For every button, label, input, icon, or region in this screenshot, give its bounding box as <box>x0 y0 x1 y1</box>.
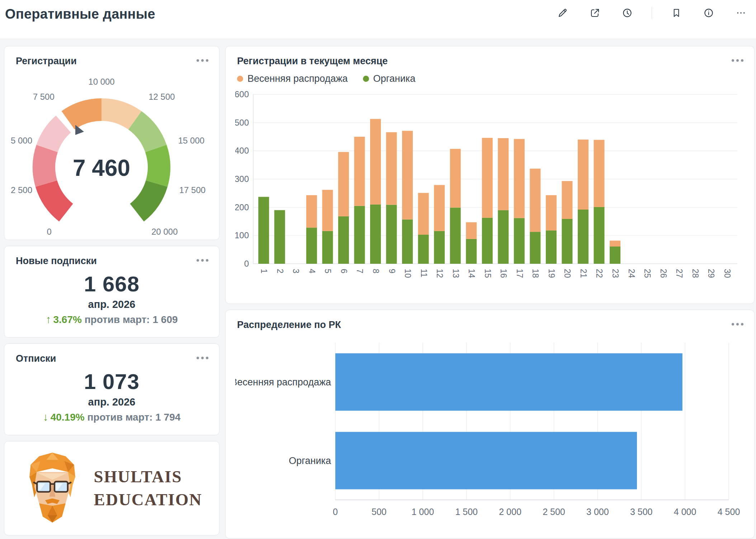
shultais-logo-text: SHULTAIS EDUCATION <box>94 465 202 511</box>
svg-text:9: 9 <box>387 269 397 273</box>
info-button[interactable] <box>701 5 717 21</box>
registrations-month-title: Регистрации в текущем месяце <box>237 56 388 67</box>
header-divider <box>652 7 652 19</box>
svg-text:Органика: Органика <box>289 455 331 466</box>
unsubscribes-period: апр. 2026 <box>4 396 219 408</box>
rk-distribution-menu-button[interactable] <box>730 319 745 329</box>
legend-dot-organic <box>363 76 369 82</box>
svg-text:16: 16 <box>499 269 508 278</box>
dashboard-header: Оперативные данные <box>0 0 756 39</box>
svg-text:12 500: 12 500 <box>148 92 175 102</box>
new-subscriptions-delta: ↑3.67% против март: 1 609 <box>4 313 219 325</box>
svg-text:Весенняя распродажа: Весенняя распродажа <box>235 377 331 388</box>
svg-text:4: 4 <box>307 269 317 273</box>
svg-text:600: 600 <box>235 89 249 99</box>
svg-text:7 460: 7 460 <box>73 155 130 181</box>
svg-text:0: 0 <box>244 259 249 268</box>
svg-text:8: 8 <box>371 269 381 273</box>
svg-text:27: 27 <box>675 269 684 278</box>
svg-text:25: 25 <box>643 269 652 278</box>
svg-text:3: 3 <box>291 269 301 273</box>
svg-text:300: 300 <box>235 174 249 184</box>
svg-text:29: 29 <box>707 269 716 278</box>
edit-button[interactable] <box>555 5 571 21</box>
svg-text:10 000: 10 000 <box>88 77 114 86</box>
svg-text:30: 30 <box>723 269 732 278</box>
svg-text:26: 26 <box>659 269 668 278</box>
svg-text:500: 500 <box>235 118 249 127</box>
open-external-button[interactable] <box>587 5 603 21</box>
legend-item-spring-sale[interactable]: Весенняя распродажа <box>237 73 348 84</box>
unsubscribes-title: Отписки <box>16 353 56 364</box>
svg-text:20: 20 <box>563 269 572 278</box>
svg-text:2 000: 2 000 <box>499 507 521 517</box>
header-actions <box>555 5 749 21</box>
svg-text:19: 19 <box>547 269 556 278</box>
history-button[interactable] <box>619 5 635 21</box>
svg-text:15 000: 15 000 <box>178 136 204 145</box>
svg-text:0: 0 <box>333 507 338 517</box>
registrations-month-menu-button[interactable] <box>730 56 745 65</box>
pencil-icon <box>557 8 568 18</box>
svg-text:4 000: 4 000 <box>674 507 696 517</box>
svg-text:2: 2 <box>275 269 285 273</box>
svg-text:17 500: 17 500 <box>179 185 205 195</box>
page-title: Оперативные данные <box>5 6 155 22</box>
svg-text:18: 18 <box>531 269 540 278</box>
svg-text:2 500: 2 500 <box>11 185 32 195</box>
svg-text:3 000: 3 000 <box>586 507 609 517</box>
more-button[interactable] <box>733 5 749 21</box>
svg-text:5: 5 <box>323 269 332 273</box>
external-link-icon <box>590 8 600 18</box>
svg-text:10: 10 <box>403 269 412 278</box>
svg-text:14: 14 <box>467 269 476 278</box>
gauge-card-title: Регистрации <box>16 56 77 67</box>
legend-dot-spring-sale <box>237 76 243 82</box>
arrow-down-icon: ↓ <box>43 411 48 423</box>
clock-icon <box>622 8 633 18</box>
shultais-logo-face <box>22 451 83 525</box>
menu-dots-icon <box>197 59 199 62</box>
new-subscriptions-menu-button[interactable] <box>195 256 210 265</box>
bookmark-icon <box>671 8 682 18</box>
legend-item-organic[interactable]: Органика <box>363 73 416 84</box>
ellipsis-icon <box>736 8 746 18</box>
svg-text:400: 400 <box>235 146 249 155</box>
unsubscribes-menu-button[interactable] <box>195 353 210 363</box>
svg-text:0: 0 <box>47 227 52 236</box>
svg-text:12: 12 <box>435 269 444 278</box>
registrations-month-chart: 0100200300400500600123456789101112131415… <box>235 84 745 292</box>
rk-distribution-title: Распределение по РК <box>237 319 341 331</box>
svg-text:13: 13 <box>451 269 460 278</box>
svg-text:23: 23 <box>611 269 620 278</box>
unsubscribes-value: 1 073 <box>4 369 219 394</box>
svg-text:15: 15 <box>483 269 492 278</box>
gauge-card-menu-button[interactable] <box>195 56 210 65</box>
svg-text:1 000: 1 000 <box>411 507 434 517</box>
svg-text:22: 22 <box>595 269 604 278</box>
svg-text:1 500: 1 500 <box>455 507 478 517</box>
svg-text:11: 11 <box>419 269 429 277</box>
unsubscribes-delta: ↓40.19% против март: 1 794 <box>4 411 219 423</box>
svg-text:5 000: 5 000 <box>11 136 32 145</box>
registrations-gauge-card: Регистрации 02 5005 0007 50010 00012 500… <box>4 46 219 240</box>
rk-distribution-card: Распределение по РК 05001 0001 5002 0002… <box>225 310 755 539</box>
logo-card: SHULTAIS EDUCATION <box>4 441 219 535</box>
svg-text:200: 200 <box>235 202 249 212</box>
svg-text:28: 28 <box>691 269 700 278</box>
svg-text:20 000: 20 000 <box>151 227 178 236</box>
svg-text:7: 7 <box>355 269 364 273</box>
arrow-up-icon: ↑ <box>46 313 51 325</box>
bookmark-button[interactable] <box>668 5 684 21</box>
svg-text:17: 17 <box>515 269 524 278</box>
svg-text:500: 500 <box>372 507 387 517</box>
registrations-month-card: Регистрации в текущем месяце Весенняя ра… <box>225 46 755 304</box>
svg-text:4 500: 4 500 <box>718 507 740 517</box>
svg-text:6: 6 <box>339 269 349 273</box>
rk-distribution-chart: 05001 0001 5002 0002 5003 0003 5004 0004… <box>235 331 745 526</box>
new-subscriptions-title: Новые подписки <box>16 256 97 267</box>
svg-text:7 500: 7 500 <box>33 92 55 102</box>
svg-text:1: 1 <box>259 269 269 273</box>
new-subscriptions-value: 1 668 <box>4 272 219 296</box>
info-icon <box>703 8 714 18</box>
